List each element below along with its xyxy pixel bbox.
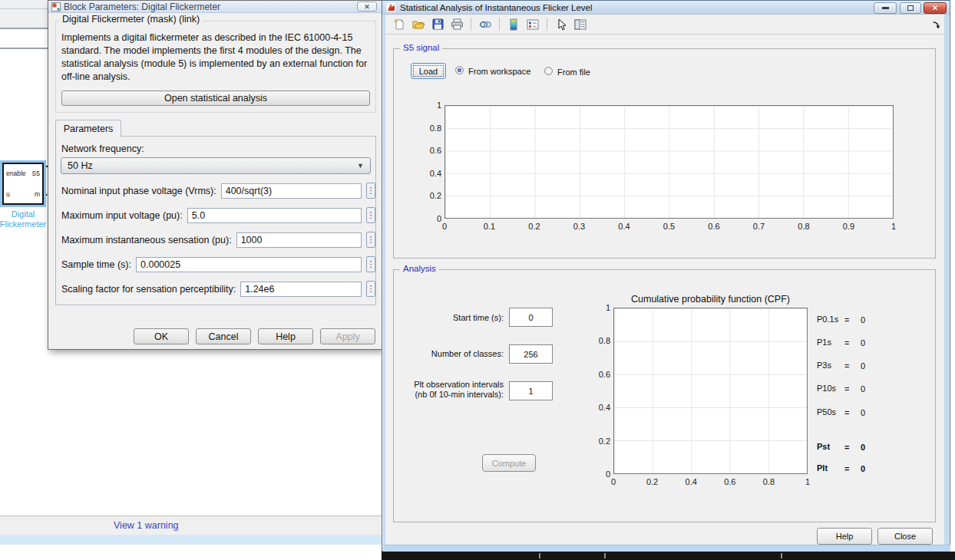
toolbar-separator [547,18,547,31]
param-input-max-voltage[interactable] [187,208,362,223]
p-name: P1s [817,338,831,347]
equals-sign: = [844,443,849,452]
matlab-window-titlebar[interactable]: Statistical Analysis of Instantaneous Fl… [382,1,950,15]
x-tick-label: 0.8 [798,222,809,231]
param-label: Scaling factor for sensation perceptibil… [61,284,236,295]
block-caption-line2: Flickermeter [0,219,54,229]
dialog-close-button[interactable]: ✕ [357,2,377,12]
radio-from-workspace-label[interactable]: From workspace [468,67,530,76]
y-tick-label: 0.4 [589,403,610,412]
chevron-down-icon: ▼ [357,162,364,170]
matlab-icon [386,2,396,12]
y-tick-label: 0.4 [420,169,441,178]
param-options-button[interactable]: ⋮ [366,207,375,223]
window-help-button[interactable]: Help [817,528,872,545]
restore-icon [907,5,914,11]
p-value-row-p01s: P0.1s = 0 [817,315,917,325]
save-icon[interactable] [431,18,444,31]
param-options-button[interactable]: ⋮ [366,281,375,297]
window-close-button[interactable]: ✕ [924,2,947,14]
start-time-input[interactable] [509,308,553,327]
view-warning-link[interactable]: View 1 warning [114,520,179,531]
param-row-max-sensation: Maximum instantaneous sensation (pu): ⋮ [61,231,375,249]
cancel-button[interactable]: Cancel [196,328,251,344]
x-tick-label: 1 [891,222,896,231]
statistical-analysis-window: Statistical Analysis of Instantaneous Fl… [382,0,950,552]
mask-description: Implements a digital flickermeter as des… [61,31,373,84]
load-button[interactable]: Load [411,63,446,79]
dialog-titlebar[interactable]: Block Parameters: Digital Flickermeter ✕ [48,1,382,13]
new-figure-icon[interactable] [392,18,406,31]
analysis-panel-title: Analysis [400,264,439,273]
radio-from-file[interactable] [544,67,553,75]
p-value-row-pst: Pst = 0 [817,442,917,453]
p-value-row-p50s: P50s = 0 [817,407,917,418]
digital-flickermeter-block[interactable]: enable S5 u m [2,163,44,205]
s5-signal-chart[interactable]: 1 0.8 0.6 0.4 0.2 0 0 0.1 0.2 0.3 0.4 0.… [444,105,894,219]
simulink-tabstrip [0,31,48,49]
param-options-button[interactable]: ⋮ [366,183,375,199]
network-frequency-select[interactable]: 50 Hz ▼ [61,157,371,174]
p-value: 0 [861,338,865,348]
block-caption-line1: Digital [0,209,54,219]
print-icon[interactable] [450,18,464,31]
window-border-bottom [383,545,950,552]
radio-from-file-label[interactable]: From file [557,68,590,77]
mask-group-title: Digital Flickermeter (mask) (link) [59,14,203,25]
insert-legend-icon[interactable] [526,18,540,31]
y-tick-label: 0.8 [589,336,610,345]
cpf-plot-area [613,308,808,474]
ok-button[interactable]: OK [134,328,189,344]
y-tick-label: 1 [589,303,610,312]
open-statistical-analysis-button[interactable]: Open statistical analysis [61,91,370,106]
plt-intervals-label-line2: (nb 0f 10-min intervals): [394,390,504,400]
y-tick-label: 0.2 [420,191,441,200]
param-input-scaling-factor[interactable] [240,282,362,297]
param-options-button[interactable]: ⋮ [366,256,375,272]
x-tick-label: 1 [805,477,810,486]
param-label: Maximum input voltage (pu): [61,210,183,221]
param-label: Sample time (s): [61,259,131,270]
figure-toolbar [383,15,946,35]
p-value: 0 [861,361,865,371]
param-row-sample-time: Sample time (s): ⋮ [61,255,375,273]
s5-signal-panel: S5 signal Load From workspace From file … [393,48,936,259]
p-name: P3s [817,361,831,370]
radio-from-workspace[interactable] [455,66,464,74]
plt-intervals-input[interactable] [509,381,553,400]
y-tick-label: 1 [420,100,441,110]
cpf-chart[interactable]: 1 0.8 0.6 0.4 0.2 0 0 0.2 0.4 0.6 0.8 1 [613,308,808,474]
property-editor-icon[interactable] [573,18,587,31]
s5-plot-area [444,105,894,219]
restore-button[interactable] [900,2,921,14]
block-parameters-dialog: Block Parameters: Digital Flickermeter ✕… [48,0,382,350]
help-button[interactable]: Help [258,328,313,344]
tab-parameters[interactable]: Parameters [55,120,121,137]
param-label: Nominal input phase voltage (Vrms): [61,186,216,196]
start-time-label: Start time (s): [394,313,504,322]
param-input-vrms[interactable] [221,183,362,199]
param-options-button[interactable]: ⋮ [366,232,375,248]
toolbar-overflow-arrow-icon[interactable] [932,18,940,32]
taskbar-mark [781,553,782,558]
x-tick-label: 0 [611,477,616,486]
equals-sign: = [844,384,849,394]
edit-plot-pointer-icon[interactable] [554,18,568,31]
open-file-icon[interactable] [411,18,425,31]
x-tick-label: 0.8 [763,477,775,486]
apply-button[interactable]: Apply [320,328,375,344]
compute-button[interactable]: Compute [482,454,536,472]
link-plot-icon[interactable] [478,18,492,31]
classes-input[interactable] [509,344,553,364]
param-input-max-sensation[interactable] [236,232,362,248]
minimize-button[interactable] [874,2,897,14]
p-value: 0 [861,443,865,452]
taskbar-strip [382,552,955,560]
close-icon: ✕ [932,4,938,12]
param-row-vrms: Nominal input phase voltage (Vrms): ⋮ [61,182,375,199]
window-close-action-button[interactable]: Close [877,528,933,545]
param-input-sample-time[interactable] [136,257,362,272]
insert-colorbar-icon[interactable] [507,18,520,31]
param-label: Maximum instantaneous sensation (pu): [61,235,232,245]
param-row-scaling-factor: Scaling factor for sensation perceptibil… [61,280,375,298]
